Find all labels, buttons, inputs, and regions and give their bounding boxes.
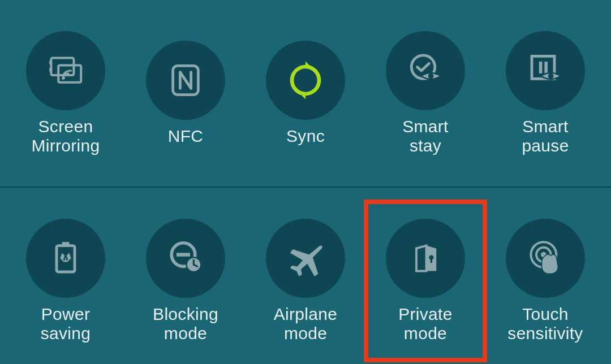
svg-rect-3 [58, 65, 81, 82]
toggle-blocking-mode[interactable]: Blockingmode [126, 202, 245, 360]
svg-rect-2 [49, 68, 52, 71]
blocking-mode-icon [146, 219, 225, 298]
smart-pause-icon [506, 31, 585, 110]
toggle-label: Airplanemode [274, 305, 337, 344]
svg-rect-0 [51, 58, 74, 75]
smart-stay-icon [386, 31, 465, 110]
svg-point-13 [548, 73, 554, 79]
nfc-icon [146, 41, 225, 120]
toggle-smart-pause[interactable]: Smartpause [486, 14, 605, 172]
row-2: Powersaving Blockingmode Airplanemode [0, 188, 611, 364]
toggle-label: Privatemode [398, 305, 452, 344]
toggle-smart-stay[interactable]: Smartstay [366, 14, 485, 172]
svg-rect-11 [539, 62, 543, 73]
sync-icon [266, 41, 345, 120]
toggle-label: ScreenMirroring [31, 117, 100, 156]
toggle-label: NFC [168, 127, 204, 146]
toggle-sync[interactable]: Sync [246, 14, 365, 172]
toggle-label: Smartpause [522, 117, 569, 156]
private-mode-icon [386, 219, 465, 298]
toggle-label: Powersaving [41, 305, 91, 344]
airplane-mode-icon [266, 219, 345, 298]
toggle-private-mode[interactable]: Privatemode [366, 202, 485, 360]
toggle-screen-mirroring[interactable]: ScreenMirroring [6, 14, 125, 172]
power-saving-icon [26, 219, 105, 298]
svg-rect-23 [431, 257, 432, 263]
toggle-touch-sensitivity[interactable]: Touchsensitivity [486, 202, 605, 360]
screen-mirroring-icon [26, 31, 105, 110]
svg-point-9 [428, 73, 434, 79]
toggle-nfc[interactable]: NFC [126, 14, 245, 172]
svg-point-4 [62, 76, 65, 79]
svg-rect-1 [49, 60, 52, 64]
touch-sensitivity-icon [506, 219, 585, 298]
toggle-label: Sync [286, 127, 325, 146]
svg-rect-15 [62, 242, 70, 246]
quick-settings-panel: ScreenMirroring NFC Sync [0, 0, 611, 364]
toggle-airplane-mode[interactable]: Airplanemode [246, 202, 365, 360]
toggle-label: Touchsensitivity [507, 305, 583, 344]
toggle-label: Smartstay [402, 117, 449, 156]
toggle-power-saving[interactable]: Powersaving [6, 202, 125, 360]
toggle-label: Blockingmode [153, 305, 218, 344]
svg-rect-20 [177, 253, 190, 256]
row-1: ScreenMirroring NFC Sync [0, 0, 611, 188]
svg-rect-12 [544, 62, 548, 73]
